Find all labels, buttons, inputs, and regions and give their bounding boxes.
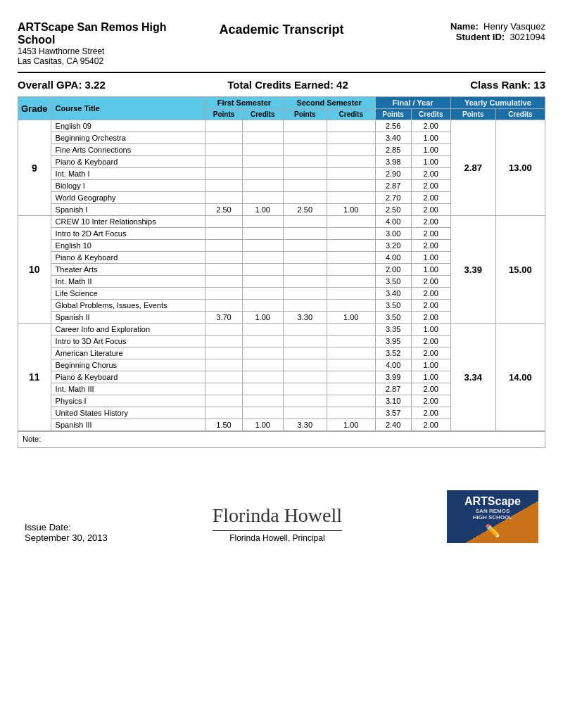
ss-points: Points	[283, 109, 327, 120]
issue-date-value: September 30, 2013	[25, 532, 108, 543]
data-cell	[283, 132, 327, 144]
data-cell: 1.00	[327, 419, 376, 431]
course-title-cell: Life Science	[51, 288, 205, 300]
signature-area: Florinda Howell Florinda Howell, Princip…	[213, 504, 342, 543]
student-name-row: Name: Henry Vasquez	[369, 21, 545, 32]
data-cell: 2.00	[411, 395, 450, 407]
logo-artscape: ARTScape	[464, 495, 521, 508]
data-cell	[283, 216, 327, 228]
course-title-cell: American Literature	[51, 347, 205, 359]
data-cell: 2.87	[375, 180, 411, 192]
data-cell	[205, 395, 243, 407]
data-cell: 1.00	[242, 312, 283, 324]
data-cell	[283, 252, 327, 264]
course-title-cell: Piano & Keyboard	[51, 252, 205, 264]
signature-cursive: Florinda Howell	[213, 504, 342, 527]
data-cell: 1.00	[411, 156, 450, 168]
data-cell: 2.00	[411, 347, 450, 359]
ss-credits: Credits	[327, 109, 376, 120]
data-cell	[242, 252, 283, 264]
course-title-cell: Piano & Keyboard	[51, 156, 205, 168]
data-cell	[242, 407, 283, 419]
data-cell	[283, 240, 327, 252]
data-cell: 1.50	[205, 419, 243, 431]
course-title-cell: Spanish I	[51, 204, 205, 216]
rank-label: Class Rank:	[470, 79, 531, 91]
data-cell	[205, 240, 243, 252]
data-cell	[327, 252, 376, 264]
data-cell: 1.00	[411, 144, 450, 156]
data-cell	[283, 180, 327, 192]
course-title-cell: Int. Math III	[51, 383, 205, 395]
student-id-row: Student ID: 3021094	[369, 32, 545, 42]
data-cell	[242, 347, 283, 359]
data-cell: 2.50	[375, 204, 411, 216]
data-cell	[205, 192, 243, 204]
course-title-cell: English 09	[51, 120, 205, 132]
data-cell	[283, 288, 327, 300]
student-name: Henry Vasquez	[483, 21, 545, 32]
data-cell	[283, 264, 327, 276]
data-cell	[327, 264, 376, 276]
data-cell	[205, 347, 243, 359]
note-section: Note:	[18, 431, 545, 448]
name-label: Name:	[450, 21, 479, 32]
rank-section: Class Rank: 13	[470, 79, 545, 91]
footer: Issue Date: September 30, 2013 Florinda …	[18, 490, 545, 543]
data-cell: 2.00	[411, 419, 450, 431]
data-cell: 2.00	[411, 204, 450, 216]
data-cell: 2.00	[375, 264, 411, 276]
data-cell: 3.40	[375, 132, 411, 144]
data-cell	[283, 156, 327, 168]
data-cell	[327, 192, 376, 204]
course-title-cell: Theater Arts	[51, 264, 205, 276]
course-title-cell: Beginning Chorus	[51, 359, 205, 371]
course-title-cell: Piano & Keyboard	[51, 371, 205, 383]
data-cell	[205, 264, 243, 276]
transcript-table: Grade Course Title First Semester Second…	[18, 96, 545, 431]
data-cell	[242, 168, 283, 180]
data-cell: 2.70	[375, 192, 411, 204]
data-cell	[205, 144, 243, 156]
data-cell	[327, 156, 376, 168]
data-cell	[205, 120, 243, 132]
table-row: 10CREW 10 Inter Relationships4.002.003.3…	[18, 216, 545, 228]
fs-credits: Credits	[242, 109, 283, 120]
data-cell: 3.30	[283, 419, 327, 431]
data-cell: 3.10	[375, 395, 411, 407]
data-cell	[242, 288, 283, 300]
data-cell	[242, 180, 283, 192]
course-title-cell: World Geography	[51, 192, 205, 204]
fin-points: Points	[375, 109, 411, 120]
header-divider	[18, 72, 545, 73]
data-cell: 2.00	[411, 120, 450, 132]
data-cell	[283, 359, 327, 371]
data-cell	[283, 336, 327, 347]
data-cell: 3.40	[375, 288, 411, 300]
fin-credits: Credits	[411, 109, 450, 120]
data-cell: 1.00	[411, 252, 450, 264]
school-address2: Las Casitas, CA 95402	[18, 56, 194, 66]
col-yearly-cumulative: Yearly Cumulative	[450, 97, 545, 109]
school-logo: ARTScape SAN REMOS HIGH SCHOOL ✏️	[447, 490, 538, 543]
credits-label: Total Credits Earned:	[227, 79, 334, 91]
data-cell: 2.00	[411, 288, 450, 300]
data-cell: 1.00	[411, 324, 450, 336]
data-cell	[327, 228, 376, 240]
course-title-cell: Physics I	[51, 395, 205, 407]
data-cell	[242, 192, 283, 204]
school-info: ARTScape San Remos High School 1453 Hawt…	[18, 21, 194, 66]
data-cell	[283, 144, 327, 156]
course-title-cell: Career Info and Exploration	[51, 324, 205, 336]
data-cell: 3.20	[375, 240, 411, 252]
data-cell: 3.99	[375, 371, 411, 383]
course-title-cell: Intro to 3D Art Focus	[51, 336, 205, 347]
student-info: Name: Henry Vasquez Student ID: 3021094	[369, 21, 545, 42]
data-cell	[205, 324, 243, 336]
data-cell	[242, 324, 283, 336]
data-cell: 1.00	[242, 419, 283, 431]
data-cell	[283, 407, 327, 419]
data-cell	[327, 383, 376, 395]
student-id-label: Student ID:	[456, 32, 505, 42]
data-cell	[242, 216, 283, 228]
